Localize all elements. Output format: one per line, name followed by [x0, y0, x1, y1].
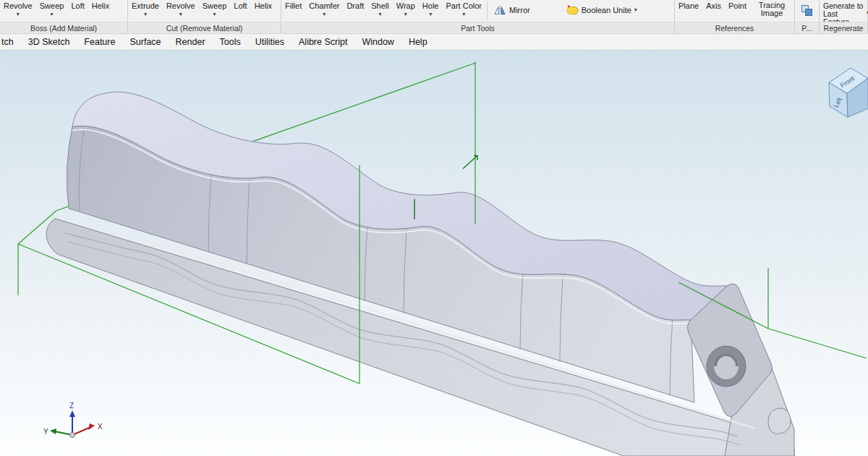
toolbar-group-regenerate: Generate to Last Feature ▾	[820, 0, 868, 22]
cut-helix-button[interactable]: Helix	[251, 1, 276, 10]
button-label: Loft	[71, 1, 84, 10]
button-label: Boolean Unite	[582, 6, 631, 14]
menu-item-3d-sketch[interactable]: 3D Sketch	[21, 34, 77, 50]
generate-to-last-feature-button[interactable]: Generate to Last Feature ▾	[820, 1, 868, 22]
toolbar-group-p	[795, 0, 820, 22]
base-tab[interactable]	[768, 408, 791, 434]
cut-loft-button[interactable]: Loft	[230, 1, 250, 10]
triad-origin	[70, 433, 75, 438]
sketch-box-edge[interactable]	[768, 329, 867, 358]
chamfer-button[interactable]: Chamfer ▾	[305, 1, 343, 17]
group-caption-references: References	[675, 22, 795, 33]
properties-icon	[801, 4, 813, 17]
part-color-button[interactable]: Part Color ▾	[442, 1, 485, 17]
button-label: Axis	[706, 1, 721, 10]
dropdown-arrow-icon[interactable]: ▾	[462, 12, 465, 17]
mirror-button[interactable]: Mirror	[489, 1, 535, 20]
point-button[interactable]: Point	[725, 1, 750, 10]
dropdown-arrow-icon[interactable]: ▾	[429, 12, 432, 17]
shell-button[interactable]: Shell ▾	[367, 1, 392, 17]
boss-revolve-button[interactable]: Revolve ▾	[0, 1, 36, 17]
button-label: Helix	[255, 1, 272, 10]
tracing-image-button[interactable]: Tracing Image	[750, 1, 793, 17]
cut-revolve-button[interactable]: Revolve ▾	[163, 1, 199, 17]
button-label: Revolve	[166, 1, 195, 10]
dropdown-arrow-icon[interactable]: ▾	[213, 12, 216, 17]
group-caption-regenerate: Regenerate	[820, 22, 868, 33]
button-label: Plane	[678, 1, 699, 10]
button-label: Revolve	[4, 1, 33, 10]
menu-item-help[interactable]: Help	[401, 34, 435, 50]
toolbar-separator	[487, 1, 488, 20]
menu-item-utilities[interactable]: Utilities	[248, 34, 292, 50]
dropdown-arrow-icon[interactable]: ▾	[378, 12, 381, 17]
draft-button[interactable]: Draft	[343, 1, 367, 10]
toolbar-group-boss: Revolve ▾ Sweep ▾ Loft Helix	[0, 0, 128, 22]
dropdown-arrow-icon[interactable]: ▾	[51, 12, 54, 17]
group-caption-part-tools: Part Tools	[281, 22, 675, 33]
group-caption-boss: Boss (Add Material)	[0, 22, 128, 33]
cut-sweep-button[interactable]: Sweep ▾	[199, 1, 231, 17]
button-label: Sweep	[40, 1, 64, 10]
group-caption-cut: Cut (Remove Material)	[128, 22, 281, 33]
orientation-triad: Z X Y	[43, 402, 103, 438]
menu-item-surface[interactable]: Surface	[122, 34, 168, 50]
feature-toolbar: Revolve ▾ Sweep ▾ Loft Helix Extrude ▾ R…	[0, 0, 868, 22]
viewport-3d[interactable]: Front Left Z X Y	[0, 51, 868, 456]
menu-item-alibre-script[interactable]: Alibre Script	[292, 34, 354, 50]
menu-item-feature[interactable]: Feature	[77, 34, 122, 50]
hole-button[interactable]: Hole ▾	[419, 1, 443, 17]
menu-item-render[interactable]: Render	[169, 34, 213, 50]
dropdown-arrow-icon[interactable]: ▾	[323, 12, 326, 17]
dropdown-arrow-icon[interactable]: ▾	[144, 12, 147, 17]
button-label: Draft	[346, 1, 364, 10]
y-axis-arrow	[50, 428, 56, 434]
toolbar-group-part-tools: Fillet Chamfer ▾ Draft Shell ▾ Wrap ▾ Ho…	[281, 0, 675, 22]
toolbar-group-cut: Extrude ▾ Revolve ▾ Sweep ▾ Loft Helix	[128, 0, 281, 22]
y-axis-label: Y	[43, 428, 48, 436]
mirror-icon	[493, 5, 506, 16]
dropdown-arrow-icon[interactable]: ▾	[17, 12, 20, 17]
boss-sweep-button[interactable]: Sweep ▾	[36, 1, 68, 17]
menu-item-window[interactable]: Window	[354, 34, 401, 50]
button-label: Hole	[422, 1, 439, 10]
button-label: Helix	[92, 1, 109, 10]
view-cube[interactable]: Front Left	[829, 68, 868, 117]
boss-loft-button[interactable]: Loft	[67, 1, 88, 10]
viewport-canvas[interactable]: Front Left Z X Y	[0, 51, 868, 456]
button-label: Tracing Image	[754, 1, 790, 17]
button-label: Shell	[371, 1, 388, 10]
group-caption-p: P...	[795, 22, 820, 33]
fillet-button[interactable]: Fillet	[281, 1, 305, 10]
plane-button[interactable]: Plane	[675, 1, 702, 10]
button-label: Generate to Last Feature	[823, 2, 865, 22]
boolean-unite-button[interactable]: Boolean Unite ▾	[562, 1, 642, 20]
button-label: Loft	[234, 1, 247, 10]
cut-extrude-button[interactable]: Extrude ▾	[128, 1, 163, 17]
button-label: Wrap	[396, 1, 415, 10]
toolbar-group-references: Plane Axis Point Tracing Image	[675, 0, 795, 22]
counterbore-hole[interactable]	[707, 346, 746, 387]
p-tool-button[interactable]	[795, 1, 819, 20]
x-axis-label: X	[98, 423, 103, 431]
axis-button[interactable]: Axis	[702, 1, 725, 10]
dropdown-arrow-icon[interactable]: ▾	[634, 7, 637, 13]
button-label: Chamfer	[309, 1, 339, 10]
button-label: Mirror	[509, 6, 530, 14]
dropdown-arrow-icon[interactable]: ▾	[179, 12, 182, 17]
part-model[interactable]	[46, 92, 794, 456]
menu-item-sketch[interactable]: tch	[0, 34, 21, 50]
boolean-unite-icon	[566, 4, 579, 16]
boss-helix-button[interactable]: Helix	[88, 1, 113, 10]
menu-bar: tch 3D Sketch Feature Surface Render Too…	[0, 34, 868, 51]
toolbar-caption-row: Boss (Add Material) Cut (Remove Material…	[0, 22, 868, 34]
x-axis-arrow	[88, 423, 95, 430]
button-label: Part Color	[446, 1, 482, 10]
button-label: Fillet	[285, 1, 302, 10]
button-label: Extrude	[132, 1, 159, 10]
dropdown-arrow-icon[interactable]: ▾	[404, 12, 407, 17]
wrap-button[interactable]: Wrap ▾	[393, 1, 419, 17]
button-label: Sweep	[203, 1, 227, 10]
menu-item-tools[interactable]: Tools	[213, 34, 248, 50]
z-axis-label: Z	[69, 402, 74, 410]
